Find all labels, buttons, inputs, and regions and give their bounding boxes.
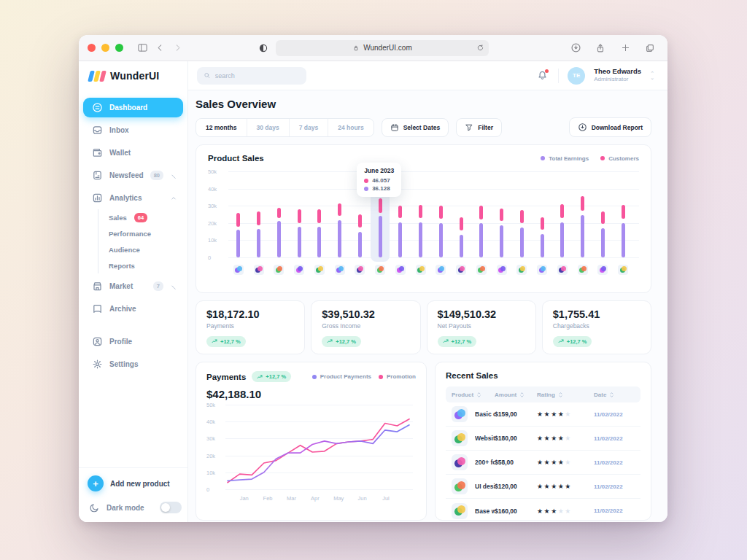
bar-customers[interactable] (581, 196, 584, 211)
bar-customers[interactable] (338, 203, 341, 217)
sidebar-toggle-icon[interactable] (133, 40, 151, 56)
bar-customers[interactable] (500, 209, 503, 222)
user-menu-chevron-icon[interactable]: ⌃⌄ (650, 71, 654, 79)
bar-total-earnings[interactable] (358, 232, 362, 257)
bar-total-earnings[interactable] (560, 222, 564, 257)
sidebar-item-wallet[interactable]: Wallet (83, 143, 183, 163)
privacy-shield-icon[interactable] (258, 43, 268, 53)
chevron-down-icon[interactable] (170, 283, 177, 290)
bar-total-earnings[interactable] (298, 227, 301, 257)
table-row[interactable]: 200+ fonts bundle$58,00★★★★★11/02/2022 (446, 451, 640, 475)
table-row[interactable]: UI design kit$120,00★★★★★11/02/2022 (446, 475, 640, 499)
share-icon[interactable] (592, 40, 609, 56)
bar-customers[interactable] (298, 209, 301, 223)
range-tab-7-days[interactable]: 7 days (289, 119, 328, 136)
add-new-product-button[interactable]: + Add new product (88, 475, 182, 491)
bar-customers[interactable] (560, 204, 564, 218)
bar-customers[interactable] (379, 198, 382, 213)
bar-total-earnings[interactable] (622, 223, 625, 257)
table-row[interactable]: Website template$180,00★★★★★11/02/2022 (446, 427, 640, 451)
bar-total-earnings[interactable] (460, 235, 463, 257)
line-series-promotion[interactable] (228, 419, 409, 483)
bar-customers[interactable] (622, 205, 625, 219)
bar-total-earnings[interactable] (236, 230, 240, 257)
bar-customers[interactable] (479, 206, 483, 219)
bar-total-earnings[interactable] (338, 220, 341, 257)
sort-icon[interactable] (558, 392, 563, 398)
bar-customers[interactable] (601, 211, 605, 224)
back-button[interactable] (151, 40, 169, 56)
sidebar-subitem-reports[interactable]: Reports (98, 257, 183, 273)
search-box[interactable] (197, 67, 306, 85)
zoom-window-button[interactable] (115, 44, 123, 52)
sort-icon[interactable] (519, 392, 525, 398)
bar-total-earnings[interactable] (398, 222, 402, 257)
forward-button[interactable] (169, 40, 186, 56)
bar-customers[interactable] (419, 205, 422, 218)
bar-total-earnings[interactable] (541, 234, 544, 257)
tab-overview-icon[interactable] (641, 40, 659, 56)
select-dates-button[interactable]: Select Dates (382, 118, 449, 137)
column-header-rating[interactable]: Rating (537, 392, 594, 398)
table-row[interactable]: Basic design guideline$159,00★★★★★11/02/… (446, 402, 640, 427)
sidebar-item-market[interactable]: Market7 (83, 276, 183, 296)
bar-total-earnings[interactable] (581, 215, 584, 257)
sidebar-subitem-sales[interactable]: Sales64 (98, 209, 183, 225)
bar-total-earnings[interactable] (379, 216, 382, 257)
product-sales-bar-chart[interactable]: 50k40k30k20k10k0June 202346.05736.128 (208, 166, 639, 281)
table-row[interactable]: Base wireframe kit$160,00★★★★★11/02/2022 (446, 499, 640, 522)
range-tab-24-hours[interactable]: 24 hours (328, 119, 373, 136)
download-report-button[interactable]: Download Report (569, 117, 651, 137)
bar-customers[interactable] (277, 208, 281, 218)
new-tab-icon[interactable] (616, 40, 634, 56)
bar-total-earnings[interactable] (601, 228, 605, 257)
minimize-window-button[interactable] (101, 44, 109, 52)
brand-logo[interactable]: WunderUI (79, 61, 187, 90)
sidebar-item-inbox[interactable]: Inbox (83, 120, 183, 140)
sidebar-subitem-performance[interactable]: Performance (98, 225, 183, 241)
dark-mode-toggle[interactable] (160, 502, 182, 513)
bar-customers[interactable] (358, 214, 362, 228)
sidebar-item-dashboard[interactable]: Dashboard (83, 98, 183, 117)
bar-total-earnings[interactable] (500, 225, 503, 257)
bar-total-earnings[interactable] (317, 227, 321, 257)
range-tab-30-days[interactable]: 30 days (247, 119, 289, 136)
search-input[interactable] (215, 72, 300, 79)
sidebar-item-analytics[interactable]: Analytics (83, 188, 183, 208)
refresh-icon[interactable] (476, 44, 484, 52)
notifications-button[interactable] (535, 69, 549, 83)
range-tab-12-months[interactable]: 12 months (196, 119, 247, 136)
bar-customers[interactable] (520, 210, 524, 223)
bar-customers[interactable] (460, 217, 463, 231)
sidebar-subitem-audience[interactable]: Audience (98, 241, 183, 257)
avatar[interactable]: TE (568, 67, 585, 85)
column-header-date[interactable]: Date (594, 392, 635, 398)
sidebar-item-newsfeed[interactable]: Newsfeed80 (83, 166, 183, 185)
bar-total-earnings[interactable] (277, 221, 281, 257)
chevron-down-icon[interactable] (170, 172, 177, 179)
sort-icon[interactable] (476, 392, 481, 398)
sort-icon[interactable] (609, 392, 614, 398)
payments-line-chart[interactable]: 50k40k30k20k10k0JanFebMarAprMayJunJul (206, 402, 416, 504)
address-bar[interactable]: WunderUI.com (276, 40, 489, 56)
bar-customers[interactable] (236, 213, 240, 227)
bar-total-earnings[interactable] (419, 222, 422, 257)
chevron-up-icon[interactable] (170, 195, 177, 202)
downloads-icon[interactable] (567, 40, 584, 56)
bar-customers[interactable] (439, 206, 443, 219)
column-header-product[interactable]: Product (452, 392, 495, 398)
bar-total-earnings[interactable] (520, 228, 524, 257)
sidebar-item-archive[interactable]: Archive (83, 299, 183, 319)
bar-customers[interactable] (317, 209, 321, 223)
column-header-amount[interactable]: Amount (495, 392, 537, 398)
bar-customers[interactable] (541, 217, 544, 230)
bar-customers[interactable] (398, 206, 402, 218)
bar-total-earnings[interactable] (439, 223, 443, 257)
bar-total-earnings[interactable] (257, 229, 260, 257)
close-window-button[interactable] (88, 44, 96, 52)
sidebar-item-profile[interactable]: Profile (83, 332, 183, 351)
filter-button[interactable]: Filter (456, 118, 502, 137)
bar-customers[interactable] (257, 211, 260, 225)
bar-total-earnings[interactable] (479, 223, 483, 257)
sidebar-item-settings[interactable]: Settings (83, 354, 183, 374)
